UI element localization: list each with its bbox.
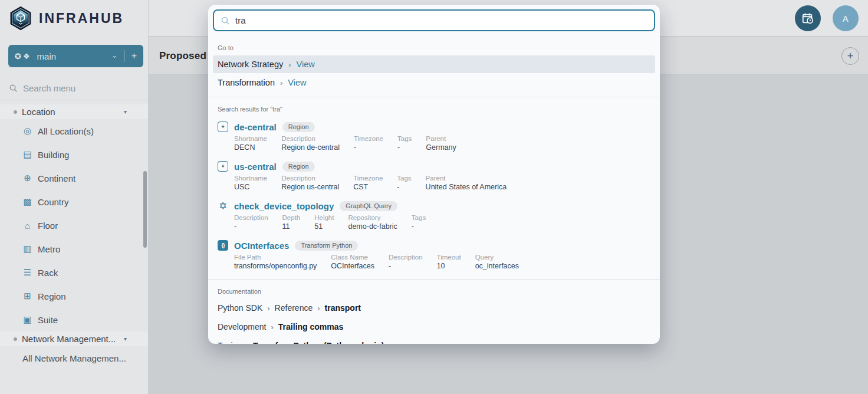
sidebar-item[interactable]: Metro xyxy=(0,237,148,261)
goto-row[interactable]: Network Strategy › View xyxy=(213,55,655,73)
chevron-right-icon: › xyxy=(317,304,320,313)
result-type-icon xyxy=(218,240,228,251)
sidebar-item[interactable]: Building xyxy=(0,143,148,166)
divider xyxy=(124,50,125,62)
result-field: Tags - xyxy=(412,214,426,231)
sidebar-item[interactable]: Country xyxy=(0,190,148,214)
chevron-right-icon: › xyxy=(271,323,274,331)
doc-breadcrumb-segment: Python SDK xyxy=(218,303,262,313)
goto-name: Network Strategy xyxy=(218,60,283,69)
sidebar-item[interactable]: All Location(s) xyxy=(0,119,148,143)
documentation-row[interactable]: Development › Trailing commas xyxy=(208,317,660,336)
section-label: Documentation xyxy=(208,283,660,298)
result-title[interactable]: OCInterfaces xyxy=(234,241,289,251)
goto-section: Go to Network Strategy › View Transforma… xyxy=(208,36,660,97)
result-field: Shortname USC xyxy=(234,175,267,191)
sidebar-group-header[interactable]: Location ▾ xyxy=(0,104,148,119)
sidebar-search-input[interactable] xyxy=(23,83,129,93)
result-field: Tags - xyxy=(397,135,412,152)
result-field: Repository demo-dc-fabric xyxy=(348,214,397,231)
documentation-section: Documentation Python SDK › Reference › t… xyxy=(208,280,660,344)
result-kind-badge: Region xyxy=(282,162,315,172)
sidebar-item-icon xyxy=(22,291,32,301)
result-kind-badge: Region xyxy=(282,122,315,132)
chevron-down-icon[interactable]: ⌄ xyxy=(111,51,118,60)
create-branch-button[interactable]: + xyxy=(131,51,137,61)
chevron-right-icon: › xyxy=(267,304,269,313)
sidebar-item[interactable]: Floor xyxy=(0,214,148,237)
result-field: Description Region de-central xyxy=(281,135,340,152)
view-link[interactable]: View xyxy=(288,78,306,87)
search-result[interactable]: check_device_topology GraphQL Query Desc… xyxy=(208,195,660,235)
view-link[interactable]: View xyxy=(297,60,315,69)
chevron-right-icon: › xyxy=(288,60,291,69)
result-title[interactable]: de-central xyxy=(234,122,277,132)
result-title[interactable]: check_device_topology xyxy=(234,201,334,211)
search-result[interactable]: us-central Region Shortname USC Desc xyxy=(208,156,660,195)
search-icon xyxy=(9,84,18,93)
doc-breadcrumb-segment: Development xyxy=(218,322,267,331)
documentation-row[interactable]: Topics › TransformPython (Python plugin) xyxy=(208,336,660,344)
sidebar-item[interactable]: Suite xyxy=(0,308,148,331)
result-field: Depth 11 xyxy=(282,214,301,231)
result-field: Description Region us-central xyxy=(281,175,339,191)
app-logo[interactable]: INFRAHUB xyxy=(0,0,148,37)
result-field: Query oc_interfaces xyxy=(475,254,519,270)
sidebar-menu: Location ▾ All Location(s) Building xyxy=(0,104,148,370)
doc-target: transport xyxy=(325,303,361,313)
search-icon xyxy=(221,16,230,25)
schedule-button[interactable] xyxy=(795,5,821,31)
doc-breadcrumb-segment: Topics xyxy=(218,341,241,344)
result-field: Class Name OCInterfaces xyxy=(331,254,374,270)
result-field: Height 51 xyxy=(314,214,334,231)
caret-down-icon: ▾ xyxy=(124,336,127,342)
branch-selector[interactable]: ✪ ❖ main ⌄ + xyxy=(8,45,143,67)
sidebar-group-header[interactable]: Network Management... ▾ xyxy=(0,331,148,346)
sidebar-item-icon xyxy=(22,221,32,231)
result-title[interactable]: us-central xyxy=(234,162,277,172)
result-field: File Path transforms/openconfig.py xyxy=(234,254,317,270)
sidebar: INFRAHUB ✪ ❖ main ⌄ + Location ▾ xyxy=(0,0,149,394)
result-field: Parent United States of America xyxy=(426,175,507,191)
section-label: Go to xyxy=(208,40,660,55)
sidebar-scrollbar[interactable] xyxy=(143,171,147,248)
global-search-input[interactable] xyxy=(235,15,647,25)
search-result[interactable]: OCInterfaces Transform Python File Path … xyxy=(208,235,660,274)
result-field: Description - xyxy=(234,214,268,231)
branch-name: main xyxy=(37,51,111,61)
doc-breadcrumb-segment: Reference xyxy=(275,303,313,313)
infrahub-logo-icon xyxy=(8,5,34,31)
search-result[interactable]: de-central Region Shortname DECN Des xyxy=(208,116,660,156)
results-section: Search results for "tra" de-central Regi… xyxy=(208,97,660,280)
result-field: Parent Germany xyxy=(426,135,456,152)
bullet-icon xyxy=(14,110,17,114)
global-search-box[interactable] xyxy=(213,9,655,31)
result-type-icon xyxy=(218,161,228,172)
result-field: Timeout 10 xyxy=(437,254,461,270)
global-search-modal: Go to Network Strategy › View Transforma… xyxy=(208,5,660,344)
sidebar-item-icon xyxy=(22,173,32,183)
result-field: Timezone - xyxy=(354,135,383,152)
sidebar-item-icon xyxy=(22,196,32,207)
bullet-icon xyxy=(14,337,17,341)
goto-row[interactable]: Transformation › View xyxy=(213,74,655,91)
sidebar-item[interactable]: Continent xyxy=(0,166,148,190)
sidebar-item[interactable]: Region xyxy=(0,284,148,308)
result-type-icon xyxy=(218,122,228,132)
shield-icon: ✪ xyxy=(15,52,21,61)
result-kind-badge: GraphQL Query xyxy=(340,201,397,211)
add-button[interactable]: + xyxy=(841,47,859,65)
user-avatar[interactable]: A xyxy=(833,5,859,31)
caret-down-icon: ▾ xyxy=(124,109,127,115)
sidebar-item-icon xyxy=(22,267,32,278)
sidebar-item-icon xyxy=(22,244,32,254)
result-field: Tags - xyxy=(397,175,411,191)
page-title: Proposed xyxy=(159,50,206,62)
result-kind-badge: Transform Python xyxy=(295,241,358,251)
documentation-row[interactable]: Python SDK › Reference › transport xyxy=(208,298,660,317)
chevron-right-icon: › xyxy=(246,342,248,344)
sidebar-item[interactable]: Rack xyxy=(0,261,148,284)
sidebar-item[interactable]: All Network Managemen... xyxy=(0,346,148,370)
sidebar-search[interactable] xyxy=(0,77,148,100)
doc-target: TransformPython (Python plugin) xyxy=(253,341,384,344)
